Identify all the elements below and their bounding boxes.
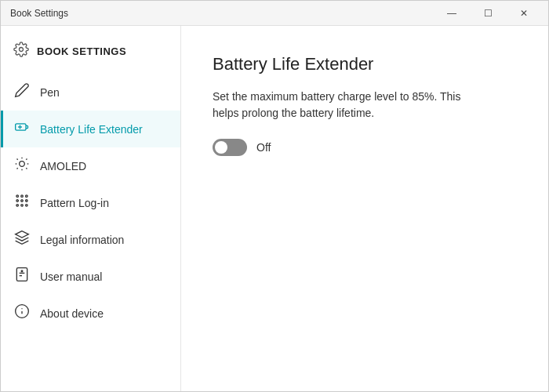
- svg-rect-22: [16, 268, 27, 281]
- legal-icon: [13, 230, 31, 249]
- sidebar-item-battery-label: Battery Life Extender: [40, 123, 143, 136]
- window-title: Book Settings: [10, 8, 68, 19]
- sidebar-item-amoled[interactable]: AMOLED: [1, 147, 180, 184]
- sidebar-item-pattern-login[interactable]: Pattern Log-in: [1, 184, 180, 221]
- sidebar-item-user-manual[interactable]: User manual: [1, 258, 180, 295]
- sidebar-item-manual-label: User manual: [40, 270, 102, 283]
- gear-icon: [13, 42, 29, 57]
- svg-point-13: [16, 195, 19, 198]
- svg-point-4: [20, 162, 25, 167]
- sidebar-item-pen-label: Pen: [40, 86, 60, 99]
- main-title: Battery Life Extender: [213, 54, 517, 74]
- svg-point-28: [21, 308, 22, 309]
- titlebar: Book Settings — ☐ ✕: [1, 1, 548, 26]
- svg-point-15: [26, 195, 28, 198]
- svg-point-17: [21, 200, 24, 202]
- amoled-icon: [13, 156, 31, 176]
- info-icon: [13, 303, 31, 323]
- svg-point-14: [21, 195, 24, 198]
- sidebar-item-legal-label: Legal information: [40, 234, 124, 246]
- battery-icon: [13, 119, 31, 139]
- main-panel: Battery Life Extender Set the maximum ba…: [181, 26, 548, 391]
- sidebar-header-label: BOOK SETTINGS: [37, 45, 126, 57]
- toggle-label: Off: [256, 141, 271, 154]
- sidebar-header: BOOK SETTINGS: [1, 32, 180, 71]
- sidebar-item-amoled-label: AMOLED: [40, 160, 86, 172]
- svg-point-21: [26, 205, 28, 207]
- svg-point-20: [21, 205, 24, 207]
- main-description: Set the maximum battery charge level to …: [213, 89, 479, 122]
- battery-extender-toggle[interactable]: [213, 139, 247, 156]
- maximize-button[interactable]: ☐: [470, 1, 506, 26]
- svg-point-0: [20, 48, 24, 52]
- settings-icon: [13, 42, 29, 61]
- sidebar-item-about-label: About device: [40, 307, 104, 320]
- window-controls: — ☐ ✕: [434, 1, 542, 26]
- pattern-icon: [13, 193, 31, 212]
- svg-line-8: [26, 168, 27, 169]
- close-button[interactable]: ✕: [506, 1, 542, 26]
- toggle-track: [213, 139, 247, 156]
- svg-line-11: [17, 168, 18, 169]
- svg-point-16: [16, 200, 19, 202]
- app-window: Book Settings — ☐ ✕ BOOK SETTINGS: [0, 0, 549, 392]
- sidebar-item-about-device[interactable]: About device: [1, 295, 180, 332]
- sidebar-item-legal-information[interactable]: Legal information: [1, 221, 180, 258]
- content-area: BOOK SETTINGS Pen: [1, 26, 548, 391]
- svg-line-7: [17, 159, 18, 160]
- sidebar-item-battery-life-extender[interactable]: Battery Life Extender: [1, 111, 180, 147]
- svg-point-19: [16, 205, 19, 207]
- svg-point-18: [26, 200, 28, 202]
- sidebar-item-pen[interactable]: Pen: [1, 74, 180, 111]
- minimize-button[interactable]: —: [434, 1, 470, 26]
- sidebar-item-pattern-label: Pattern Log-in: [40, 197, 109, 209]
- sidebar: BOOK SETTINGS Pen: [1, 26, 181, 391]
- manual-icon: [13, 267, 31, 286]
- toggle-row: Off: [213, 139, 517, 156]
- pen-icon: [13, 82, 31, 102]
- svg-line-12: [26, 159, 27, 160]
- svg-point-25: [21, 270, 23, 272]
- toggle-thumb: [215, 141, 227, 154]
